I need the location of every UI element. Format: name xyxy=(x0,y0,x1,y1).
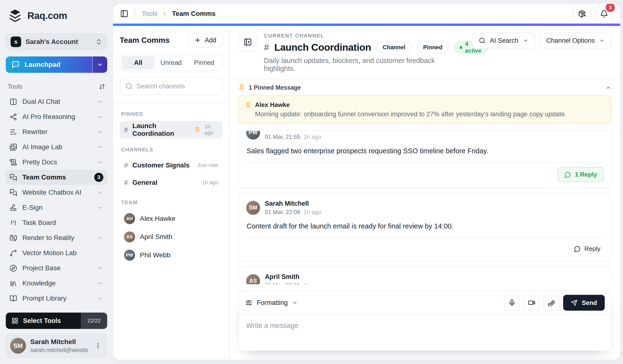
avatar: AS xyxy=(246,274,260,284)
ai-search-button[interactable]: AI Search xyxy=(472,33,535,48)
channel-row-launch-coordination[interactable]: # Launch Coordination 1h ago xyxy=(120,121,222,138)
chevron-up-icon[interactable] xyxy=(605,85,611,91)
formatting-menu-button[interactable]: Formatting xyxy=(245,299,298,307)
collapse-panel-button[interactable] xyxy=(238,33,257,51)
team-member-alex-hawke[interactable]: AH Alex Hawke xyxy=(120,210,222,228)
search-input[interactable] xyxy=(136,83,222,90)
user-email: sarah.mitchell@westbur... xyxy=(30,347,89,353)
sidebar-item-task-board[interactable]: Task Board xyxy=(6,215,107,230)
channel-search[interactable] xyxy=(120,77,222,95)
message-author: Phil Webb xyxy=(265,131,321,132)
sidebar-item-e-sign[interactable]: E-Sign xyxy=(6,200,107,215)
images-icon xyxy=(10,143,17,151)
spline-icon xyxy=(10,249,17,257)
select-tools-main: Select Tools xyxy=(6,313,81,329)
channel-description: Daily launch updates, blockers, and cust… xyxy=(264,57,465,73)
chevron-down-icon xyxy=(97,205,103,211)
plus-icon xyxy=(194,37,201,43)
list-check-icon xyxy=(10,128,17,136)
topbar-divider xyxy=(134,8,135,19)
reply-button[interactable]: Reply xyxy=(571,242,604,256)
sidebar-item-ai-image-lab[interactable]: AI Image Lab xyxy=(6,140,107,155)
sidebar-item-pretty-docs[interactable]: Pretty Docs xyxy=(6,155,107,170)
channel-title: Launch Coordination xyxy=(274,42,371,53)
voice-record-button[interactable] xyxy=(504,295,520,311)
launchpad-caret-button[interactable] xyxy=(92,56,107,73)
member-avatar: AH xyxy=(124,213,135,224)
breadcrumb-root[interactable]: Tools xyxy=(142,10,157,18)
sidebar-item-prompt-library[interactable]: Prompt Library xyxy=(6,291,107,306)
messages-square-icon xyxy=(10,174,17,181)
sidebar-item-render-to-reality[interactable]: Render to Reality xyxy=(6,230,107,246)
user-card[interactable]: SM Sarah Mitchell sarah.mitchell@westbur… xyxy=(6,333,107,358)
account-name: Sarah's Account xyxy=(25,38,91,46)
message-header: SM Sarah Mitchell 01 Mar, 22:08 1h ago xyxy=(246,200,604,215)
account-switcher[interactable]: s Sarah's Account xyxy=(6,33,107,50)
user-menu-button[interactable] xyxy=(93,341,103,351)
sidebar-item-website-chatbox-ai[interactable]: Website Chatbox AI xyxy=(6,185,107,200)
pinned-message-body: Alex Hawke Morning update: onboarding fu… xyxy=(255,101,567,118)
sidebar-item-dual-ai-chat[interactable]: Dual AI Chat xyxy=(6,94,107,109)
tools-nav: Dual AI Chat AI Pro Reasoning Rewriter A… xyxy=(6,94,107,310)
message-card: PW Phil Webb 01 Mar, 21:55 1h ago Sales … xyxy=(238,131,611,188)
user-name: Sarah Mitchell xyxy=(30,338,89,346)
send-icon xyxy=(571,300,577,306)
attachment-button[interactable] xyxy=(543,295,559,311)
pinned-badge: Pinned xyxy=(417,41,449,53)
tab-pinned[interactable]: Pinned xyxy=(188,56,221,69)
sidebar-item-knowledge[interactable]: Knowledge xyxy=(6,276,107,291)
channel-type-badge: Channel xyxy=(376,41,412,53)
team-section-label: TEAM xyxy=(121,199,221,206)
sidebar-item-team-comms[interactable]: Team Comms 3 xyxy=(6,170,107,185)
send-button[interactable]: Send xyxy=(563,295,605,311)
grid-icon xyxy=(12,317,18,324)
thread-replies-button[interactable]: 1 Reply xyxy=(558,167,604,182)
network-icon xyxy=(10,113,17,121)
scroll-text-icon xyxy=(10,159,17,166)
panel-divider xyxy=(113,102,229,103)
breadcrumb-current: Team Comms xyxy=(172,10,216,18)
channel-filter-tabs: All Unread Pinned xyxy=(120,54,222,71)
channel-row-customer-signals[interactable]: # Customer Signals Just now xyxy=(120,157,222,174)
pinned-section-label: PINNED xyxy=(121,111,221,117)
channel-header-info: CURRENT CHANNEL # Launch Coordination Ch… xyxy=(264,33,465,73)
panel-toggle-button[interactable] xyxy=(120,10,128,18)
message-input[interactable] xyxy=(239,315,611,351)
sidebar-item-ai-pro-reasoning[interactable]: AI Pro Reasoning xyxy=(6,109,107,125)
chevron-down-icon xyxy=(97,99,103,105)
select-tools-button[interactable]: Select Tools 22/22 xyxy=(6,313,107,329)
chat-bubble-icon xyxy=(564,171,571,178)
chevrons-up-down-icon xyxy=(95,38,102,45)
package-search-button[interactable] xyxy=(573,5,591,22)
sidebar-item-project-base[interactable]: Project Base xyxy=(6,261,107,276)
tab-unread[interactable]: Unread xyxy=(155,56,187,69)
add-channel-button[interactable]: Add xyxy=(188,33,222,47)
notifications-button[interactable]: 3 xyxy=(595,5,613,22)
message-list[interactable]: PW Phil Webb 01 Mar, 21:55 1h ago Sales … xyxy=(230,131,620,284)
hash-icon: # xyxy=(264,42,269,53)
chevron-down-icon xyxy=(599,38,605,43)
sidebar: Raq.com s Sarah's Account Launchpad Tool… xyxy=(0,0,113,364)
sidebar-item-form-builder[interactable]: Form Builder xyxy=(6,306,107,310)
video-record-button[interactable] xyxy=(524,295,540,311)
tools-title: Tools xyxy=(8,83,22,90)
content-row: Team Comms Add All Unread Pinned xyxy=(113,26,620,360)
channel-row-general[interactable]: # General 1h ago xyxy=(120,174,222,191)
search-icon xyxy=(479,37,486,44)
sidebar-item-rewriter[interactable]: Rewriter xyxy=(6,125,107,140)
sort-arrows-icon[interactable] xyxy=(99,83,105,90)
channel-header: CURRENT CHANNEL # Launch Coordination Ch… xyxy=(230,26,620,79)
channel-options-button[interactable]: Channel Options xyxy=(540,33,611,48)
message-footer: 1 Reply xyxy=(246,163,604,186)
tab-all[interactable]: All xyxy=(122,56,155,69)
launchpad-main[interactable]: Launchpad xyxy=(6,56,92,73)
message-card: AS April Smith 01 Mar, 22:21 1h ago Supp… xyxy=(238,266,611,284)
pinned-message-card[interactable]: Alex Hawke Morning update: onboarding fu… xyxy=(238,95,611,124)
composer-card: Formatting xyxy=(238,290,611,351)
team-member-april-smith[interactable]: AS April Smith xyxy=(120,228,222,246)
launchpad-button[interactable]: Launchpad xyxy=(6,56,107,73)
message-header: PW Phil Webb 01 Mar, 21:55 1h ago xyxy=(246,131,604,140)
team-member-phil-webb[interactable]: PW Phil Webb xyxy=(120,246,222,264)
pin-icon xyxy=(245,102,251,118)
sidebar-item-vector-motion-lab[interactable]: Vector Motion Lab xyxy=(6,246,107,261)
